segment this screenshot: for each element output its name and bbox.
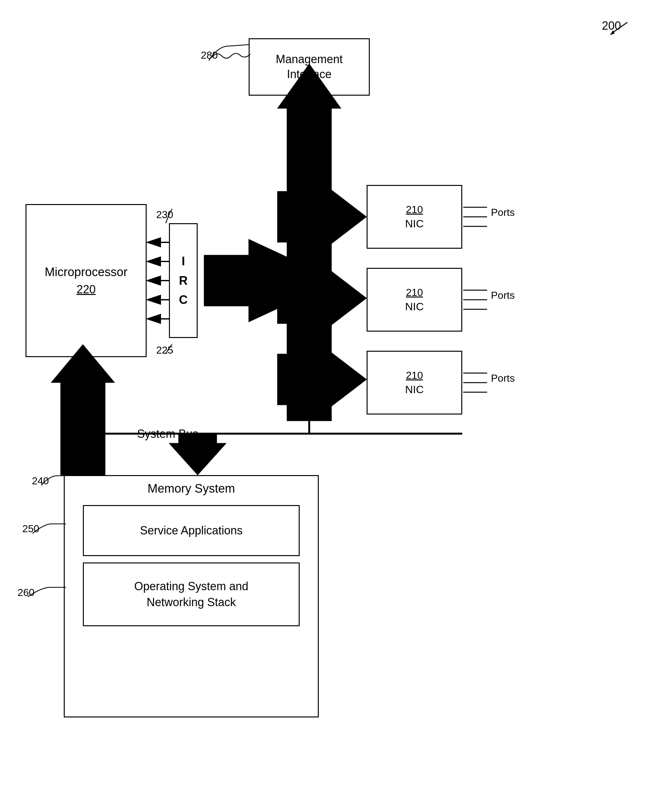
service-applications-label: Service Applications xyxy=(140,524,243,537)
diagram: 200 ManagementInterface 280 Microprocess… xyxy=(0,0,672,793)
service-applications-box: Service Applications xyxy=(83,505,300,556)
nic2-box: 210 NIC xyxy=(366,268,462,332)
nic2-label: NIC xyxy=(405,300,424,313)
nic3-ref: 210 xyxy=(406,370,423,381)
memory-system-label: Memory System xyxy=(147,482,235,495)
microprocessor-label: Microprocessor xyxy=(45,265,128,279)
memory-system-box: Memory System Service Applications Opera… xyxy=(64,475,319,718)
nic3-label: NIC xyxy=(405,383,424,396)
svg-marker-24 xyxy=(277,261,366,335)
microprocessor-box: Microprocessor 220 xyxy=(26,204,147,357)
irc-label: IRC xyxy=(179,252,187,309)
svg-line-0 xyxy=(611,22,627,34)
nic1-box: 210 NIC xyxy=(366,185,462,249)
os-networking-box: Operating System andNetworking Stack xyxy=(83,562,300,626)
nic1-label: NIC xyxy=(405,218,424,230)
irc-box: IRC xyxy=(169,223,198,338)
svg-marker-25 xyxy=(277,343,366,416)
svg-marker-16 xyxy=(51,344,115,475)
svg-marker-23 xyxy=(277,180,366,253)
ports3-label: Ports xyxy=(491,372,515,384)
nic1-ref: 210 xyxy=(406,204,423,216)
nic3-box: 210 NIC xyxy=(366,351,462,415)
os-networking-label: Operating System andNetworking Stack xyxy=(134,578,248,610)
svg-marker-1 xyxy=(610,30,614,35)
ports2-label: Ports xyxy=(491,290,515,301)
svg-marker-15 xyxy=(204,239,338,322)
management-interface-box: ManagementInterface xyxy=(249,38,370,96)
nic2-ref: 210 xyxy=(406,287,423,298)
svg-marker-14 xyxy=(277,64,341,421)
ports1-label: Ports xyxy=(491,207,515,218)
management-interface-label: ManagementInterface xyxy=(276,52,343,82)
microprocessor-ref: 220 xyxy=(77,283,96,296)
system-bus-label: System Bus xyxy=(137,427,198,441)
